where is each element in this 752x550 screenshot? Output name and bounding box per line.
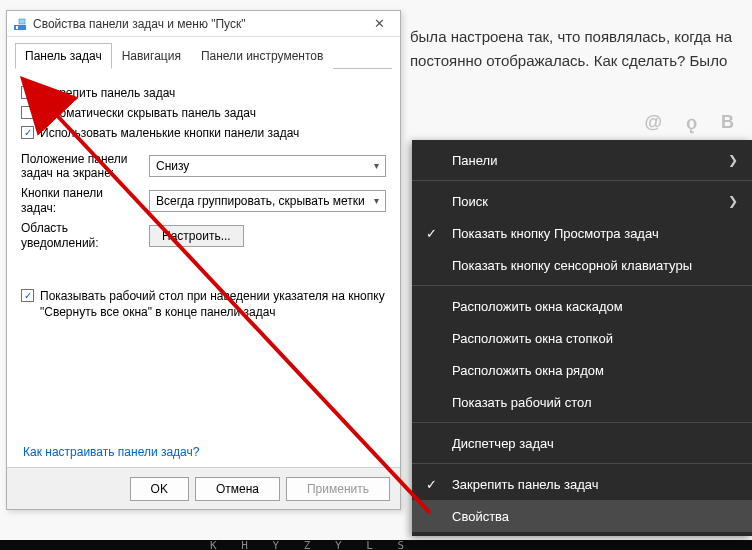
tabpage-taskbar: ✓ Закрепить панель задач Автоматически с… bbox=[7, 69, 400, 332]
label-notifications: Область уведомлений: bbox=[21, 221, 141, 250]
bg-text-line1: была настроена так, что появлялась, когд… bbox=[410, 26, 732, 49]
checkbox-small-buttons[interactable]: ✓ bbox=[21, 126, 34, 139]
dialog-footer: OK Отмена Применить bbox=[7, 467, 400, 509]
label-small-buttons: Использовать маленькие кнопки панели зад… bbox=[40, 125, 299, 141]
ctx-stack[interactable]: Расположить окна стопкой bbox=[412, 322, 752, 354]
ctx-show-taskview[interactable]: ✓ Показать кнопку Просмотра задач bbox=[412, 217, 752, 249]
checkbox-lock-taskbar[interactable]: ✓ bbox=[21, 86, 34, 99]
label-autohide: Автоматически скрывать панель задач bbox=[40, 105, 256, 121]
combo-buttons[interactable]: Всегда группировать, скрывать метки bbox=[149, 190, 386, 212]
ctx-desktop-label: Показать рабочий стол bbox=[452, 395, 591, 410]
ctx-search-label: Поиск bbox=[452, 194, 488, 209]
label-position: Положение панели задач на экране: bbox=[21, 152, 141, 181]
close-button[interactable]: ✕ bbox=[364, 14, 394, 34]
label-lock-taskbar: Закрепить панель задач bbox=[40, 85, 175, 101]
ctx-desktop[interactable]: Показать рабочий стол bbox=[412, 386, 752, 418]
ctx-lock-label: Закрепить панель задач bbox=[452, 477, 599, 492]
tab-toolbars[interactable]: Панели инструментов bbox=[191, 43, 333, 69]
separator bbox=[412, 285, 752, 286]
tab-taskbar[interactable]: Панель задач bbox=[15, 43, 112, 69]
chevron-right-icon: ❯ bbox=[728, 153, 738, 167]
dialog-title: Свойства панели задач и меню "Пуск" bbox=[33, 17, 364, 31]
taskbar-context-menu: Панели ❯ Поиск ❯ ✓ Показать кнопку Просм… bbox=[412, 140, 752, 536]
ctx-properties[interactable]: Свойства bbox=[412, 500, 752, 532]
cancel-button[interactable]: Отмена bbox=[195, 477, 280, 501]
taskbar-properties-dialog: Свойства панели задач и меню "Пуск" ✕ Па… bbox=[6, 10, 401, 510]
ctx-cascade[interactable]: Расположить окна каскадом bbox=[412, 290, 752, 322]
bg-text-line2: постоянно отображалась. Как сделать? Был… bbox=[410, 50, 727, 73]
checkbox-peek-desktop[interactable]: ✓ bbox=[21, 289, 34, 302]
ctx-stack-label: Расположить окна стопкой bbox=[452, 331, 613, 346]
ctx-show-taskview-label: Показать кнопку Просмотра задач bbox=[452, 226, 659, 241]
dialog-icon bbox=[13, 17, 27, 31]
ctx-taskmgr-label: Диспетчер задач bbox=[452, 436, 554, 451]
svg-rect-2 bbox=[19, 19, 25, 24]
label-peek-desktop: Показывать рабочий стол при наведении ук… bbox=[40, 288, 386, 320]
taskbar-hint: K H Y Z Y L S bbox=[210, 539, 413, 550]
at-icon[interactable]: @ bbox=[645, 112, 663, 134]
ctx-side-label: Расположить окна рядом bbox=[452, 363, 604, 378]
ctx-side[interactable]: Расположить окна рядом bbox=[412, 354, 752, 386]
label-buttons: Кнопки панели задач: bbox=[21, 186, 141, 215]
ctx-cascade-label: Расположить окна каскадом bbox=[452, 299, 623, 314]
ctx-panels-label: Панели bbox=[452, 153, 497, 168]
check-icon: ✓ bbox=[426, 226, 437, 241]
configure-notifications-button[interactable]: Настроить... bbox=[149, 225, 244, 247]
svg-rect-1 bbox=[16, 26, 18, 29]
ok-icon[interactable]: ǫ bbox=[686, 112, 697, 134]
ctx-properties-label: Свойства bbox=[452, 509, 509, 524]
checkbox-autohide[interactable] bbox=[21, 106, 34, 119]
combo-position[interactable]: Снизу bbox=[149, 155, 386, 177]
help-link[interactable]: Как настраивать панели задач? bbox=[23, 445, 199, 459]
combo-buttons-value: Всегда группировать, скрывать метки bbox=[156, 194, 365, 208]
ctx-lock[interactable]: ✓ Закрепить панель задач bbox=[412, 468, 752, 500]
svg-rect-0 bbox=[14, 25, 26, 30]
check-icon: ✓ bbox=[426, 477, 437, 492]
separator bbox=[412, 463, 752, 464]
ctx-panels[interactable]: Панели ❯ bbox=[412, 144, 752, 176]
social-icons: @ ǫ В bbox=[645, 112, 734, 134]
ctx-show-touchkb[interactable]: Показать кнопку сенсорной клавиатуры bbox=[412, 249, 752, 281]
tabstrip: Панель задач Навигация Панели инструмент… bbox=[7, 43, 400, 69]
combo-position-value: Снизу bbox=[156, 159, 189, 173]
tab-navigation[interactable]: Навигация bbox=[112, 43, 191, 69]
vk-icon[interactable]: В bbox=[721, 112, 734, 134]
titlebar: Свойства панели задач и меню "Пуск" ✕ bbox=[7, 11, 400, 37]
separator bbox=[412, 180, 752, 181]
chevron-right-icon: ❯ bbox=[728, 194, 738, 208]
separator bbox=[412, 422, 752, 423]
ctx-show-touchkb-label: Показать кнопку сенсорной клавиатуры bbox=[452, 258, 692, 273]
ok-button[interactable]: OK bbox=[130, 477, 189, 501]
ctx-taskmgr[interactable]: Диспетчер задач bbox=[412, 427, 752, 459]
ctx-search[interactable]: Поиск ❯ bbox=[412, 185, 752, 217]
apply-button[interactable]: Применить bbox=[286, 477, 390, 501]
